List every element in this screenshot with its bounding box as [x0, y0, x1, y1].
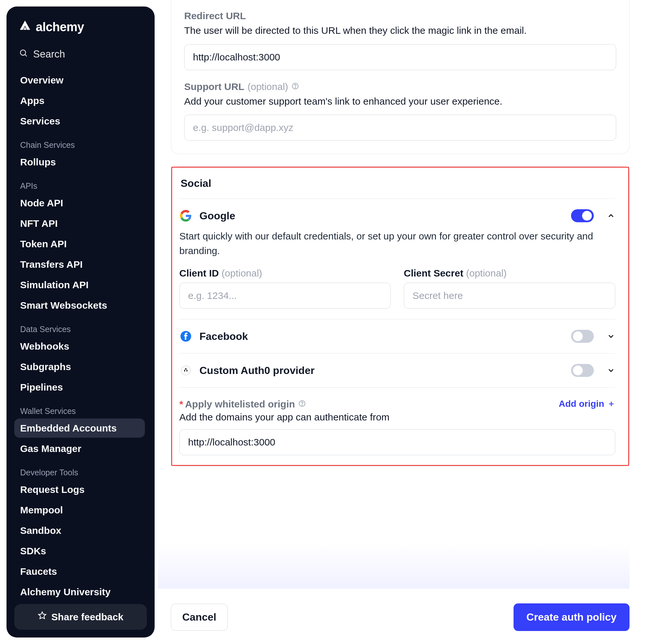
chevron-down-icon[interactable] — [607, 366, 615, 375]
alchemy-logo-icon — [19, 19, 31, 35]
nav-mempool[interactable]: Mempool — [14, 500, 145, 520]
share-feedback-button[interactable]: Share feedback — [14, 604, 147, 630]
brand-name: alchemy — [36, 20, 84, 34]
nav-overview[interactable]: Overview — [14, 71, 145, 90]
whitelist-origin-input[interactable] — [179, 429, 615, 455]
client-secret-optional: (optional) — [466, 268, 507, 278]
support-url-field: Support URL (optional) Add your customer… — [184, 81, 616, 141]
nav-simulation-api[interactable]: Simulation API — [14, 275, 145, 294]
nav-nft-api[interactable]: NFT API — [14, 214, 145, 233]
support-url-label: Support URL — [184, 81, 244, 92]
search-icon — [19, 48, 28, 60]
client-secret-input[interactable] — [404, 283, 615, 309]
support-url-optional: (optional) — [248, 81, 288, 92]
svg-point-7 — [302, 405, 302, 405]
create-auth-policy-button[interactable]: Create auth policy — [514, 603, 630, 631]
nav-webhooks[interactable]: Webhooks — [14, 337, 145, 356]
nav-group-apis: APIs — [14, 173, 145, 192]
client-secret-label: Client Secret — [404, 268, 463, 278]
svg-point-3 — [295, 87, 296, 88]
nav-group-wallet-services: Wallet Services — [14, 398, 145, 417]
support-url-input[interactable] — [184, 115, 616, 141]
nav-transfers-api[interactable]: Transfers API — [14, 255, 145, 274]
brand-logo: alchemy — [14, 19, 147, 43]
nav: Overview Apps Services Chain Services Ro… — [14, 69, 147, 598]
google-icon — [179, 209, 192, 222]
whitelist-desc: Add the domains your app can authenticat… — [179, 412, 389, 423]
help-icon[interactable] — [298, 399, 306, 410]
whitelist-title: Apply whitelisted origin — [185, 399, 295, 410]
nav-group-developer-tools: Developer Tools — [14, 460, 145, 479]
add-origin-label: Add origin — [559, 399, 604, 409]
nav-gas-manager[interactable]: Gas Manager — [14, 439, 145, 458]
google-label: Google — [200, 210, 564, 222]
nav-alchemy-university[interactable]: Alchemy University — [14, 582, 145, 598]
url-card: Redirect URL The user will be directed t… — [171, 0, 630, 154]
redirect-url-input[interactable] — [184, 44, 616, 70]
facebook-label: Facebook — [200, 331, 564, 342]
sidebar: alchemy Search Overview Apps Services Ch… — [6, 6, 155, 638]
nav-smart-websockets[interactable]: Smart Websockets — [14, 296, 145, 315]
star-icon — [38, 611, 47, 622]
nav-group-chain-services: Chain Services — [14, 132, 145, 151]
social-title: Social — [179, 177, 615, 189]
plus-icon — [607, 400, 615, 408]
redirect-url-field: Redirect URL The user will be directed t… — [184, 10, 616, 70]
svg-line-1 — [25, 54, 27, 56]
redirect-url-label: Redirect URL — [184, 10, 246, 22]
provider-google: Google Start quickly with our default cr… — [179, 199, 615, 319]
nav-pipelines[interactable]: Pipelines — [14, 378, 145, 397]
nav-subgraphs[interactable]: Subgraphs — [14, 357, 145, 376]
footer: Cancel Create auth policy — [171, 564, 630, 631]
nav-apps[interactable]: Apps — [14, 91, 145, 110]
facebook-toggle[interactable] — [571, 330, 594, 343]
auth0-toggle[interactable] — [571, 364, 594, 377]
svg-point-5 — [181, 366, 190, 375]
search-label: Search — [33, 48, 65, 60]
nav-request-logs[interactable]: Request Logs — [14, 480, 145, 499]
whitelist-block: * Apply whitelisted origin Add the domai… — [179, 387, 615, 455]
nav-rollups[interactable]: Rollups — [14, 153, 145, 172]
client-id-input[interactable] — [179, 283, 391, 309]
nav-embedded-accounts[interactable]: Embedded Accounts — [14, 419, 145, 438]
auth0-label: Custom Auth0 provider — [200, 364, 564, 377]
nav-services[interactable]: Services — [14, 112, 145, 131]
provider-facebook: Facebook — [179, 319, 615, 353]
provider-auth0: Custom Auth0 provider — [179, 353, 615, 387]
nav-faucets[interactable]: Faucets — [14, 562, 145, 581]
help-icon[interactable] — [291, 81, 299, 92]
nav-group-data-services: Data Services — [14, 316, 145, 335]
nav-node-api[interactable]: Node API — [14, 193, 145, 213]
chevron-down-icon[interactable] — [607, 332, 615, 341]
redirect-url-desc: The user will be directed to this URL wh… — [184, 24, 616, 38]
share-feedback-label: Share feedback — [51, 611, 123, 622]
nav-token-api[interactable]: Token API — [14, 234, 145, 253]
facebook-icon — [179, 330, 192, 343]
svg-point-0 — [20, 50, 26, 55]
search[interactable]: Search — [14, 43, 147, 69]
client-id-optional: (optional) — [221, 268, 262, 278]
main: Redirect URL The user will be directed t… — [158, 0, 649, 644]
nav-sdks[interactable]: SDKs — [14, 541, 145, 560]
google-desc: Start quickly with our default credentia… — [179, 229, 615, 258]
client-id-label: Client ID — [179, 268, 219, 278]
chevron-up-icon[interactable] — [607, 212, 615, 220]
add-origin-button[interactable]: Add origin — [559, 399, 615, 409]
social-card: Social Google — [171, 167, 629, 466]
auth0-icon — [179, 364, 192, 377]
social-card-wrapper: Social Google — [171, 166, 630, 466]
support-url-desc: Add your customer support team's link to… — [184, 94, 616, 109]
required-mark: * — [179, 399, 183, 410]
nav-sandbox[interactable]: Sandbox — [14, 521, 145, 540]
cancel-button[interactable]: Cancel — [171, 604, 228, 631]
google-toggle[interactable] — [571, 209, 594, 222]
